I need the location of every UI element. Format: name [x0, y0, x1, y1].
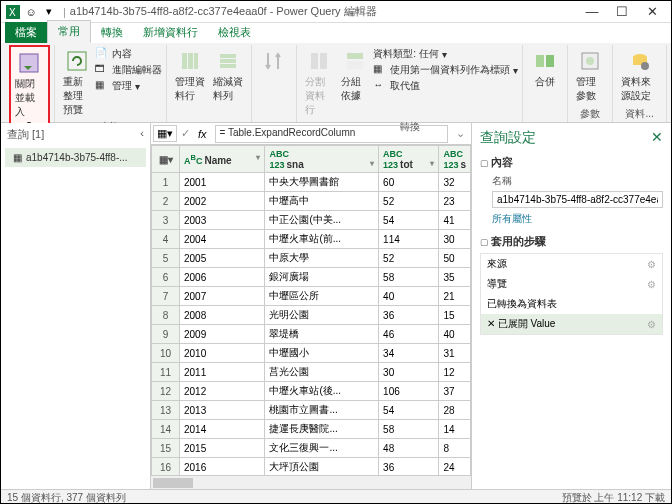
table-row[interactable]: 52005中原大學5250: [152, 249, 471, 268]
gear-icon[interactable]: ⚙: [647, 319, 656, 330]
split-column-button[interactable]: 分割資料行: [301, 45, 337, 119]
table-row[interactable]: 162016大坪頂公園3624: [152, 458, 471, 476]
gear-icon[interactable]: ⚙: [647, 279, 656, 290]
manage-icon: ▦: [95, 79, 109, 93]
table-row[interactable]: 132013桃園市立圖書...5428: [152, 401, 471, 420]
first-row-header-button[interactable]: ▦使用第一個資料列作為標頭 ▾: [373, 63, 518, 77]
minimize-button[interactable]: —: [577, 4, 607, 19]
separator: |: [63, 6, 66, 18]
table-row[interactable]: 112011莒光公園3012: [152, 363, 471, 382]
query-settings-pane: 查詢設定✕ ▢內容 名稱 所有屬性 ▢套用的步驟 來源⚙ 導覽⚙ 已轉換為資料表…: [471, 123, 671, 489]
table-row[interactable]: 82008光明公園3615: [152, 306, 471, 325]
query-item[interactable]: ▦a1b4714b-3b75-4ff8-...: [5, 148, 146, 167]
columns-icon: [176, 47, 204, 75]
manage-button[interactable]: ▦管理 ▾: [95, 79, 162, 93]
table-row[interactable]: 42004中壢火車站(前...11430: [152, 230, 471, 249]
step-navigation[interactable]: 導覽⚙: [481, 274, 662, 294]
split-icon: [305, 47, 333, 75]
rows-icon: [214, 47, 242, 75]
replace-values-button[interactable]: ↔取代值: [373, 79, 518, 93]
window-title: a1b4714b-3b75-4ff8-a8f2-cc377e4eaa0f - P…: [70, 4, 377, 19]
step-converted[interactable]: 已轉換為資料表: [481, 294, 662, 314]
ribbon: 關閉並載入 ▾ 關閉 重新整理預覽 📄內容 🗔進階編輯器 ▦管理 ▾ 查詢 管理…: [1, 43, 671, 123]
queries-header: 查詢 [1]: [7, 127, 44, 142]
maximize-button[interactable]: ☐: [607, 4, 637, 19]
tab-transform[interactable]: 轉換: [91, 22, 133, 43]
col-s[interactable]: ABC123s: [439, 146, 471, 173]
close-pane-icon[interactable]: ✕: [651, 129, 663, 147]
query-name-input[interactable]: [492, 191, 663, 208]
gear-icon[interactable]: ⚙: [647, 259, 656, 270]
table-row[interactable]: 22002中壢高中5223: [152, 192, 471, 211]
manage-columns-button[interactable]: 管理資料行: [171, 45, 209, 105]
tab-home[interactable]: 常用: [47, 20, 91, 43]
table-row[interactable]: 92009翠堤橋4640: [152, 325, 471, 344]
combine-button[interactable]: 合併: [527, 45, 563, 91]
table-row[interactable]: 12001中央大學圖書館6032: [152, 173, 471, 192]
fx-label: fx: [194, 128, 211, 140]
groupby-icon: [341, 47, 369, 75]
svg-rect-14: [536, 55, 544, 67]
close-button[interactable]: ✕: [637, 4, 667, 19]
reduce-rows-button[interactable]: 縮減資料列: [209, 45, 247, 105]
refresh-preview-button[interactable]: 重新整理預覽: [59, 45, 95, 119]
svg-point-17: [586, 57, 594, 65]
editor-icon: 🗔: [95, 63, 109, 77]
status-left: 15 個資料行, 377 個資料列: [7, 491, 126, 505]
filter-icon: ▾: [370, 159, 374, 168]
check-icon[interactable]: ✓: [181, 127, 190, 140]
data-type-button[interactable]: 資料類型: 任何 ▾: [373, 47, 518, 61]
queries-pane: 查詢 [1]‹ ▦a1b4714b-3b75-4ff8-...: [1, 123, 151, 489]
group-by-button[interactable]: 分組依據: [337, 45, 373, 105]
group-ds-label: 資料...: [617, 106, 662, 122]
svg-rect-7: [220, 54, 236, 58]
table-row[interactable]: 102010中壢國小3431: [152, 344, 471, 363]
table-row[interactable]: 32003中正公園(中美...5441: [152, 211, 471, 230]
col-name[interactable]: ABCName▾: [180, 146, 265, 173]
smiley-icon: ☺: [23, 4, 39, 20]
tab-add-column[interactable]: 新增資料行: [133, 22, 208, 43]
table-corner-icon[interactable]: ▦▾: [153, 125, 177, 142]
svg-rect-2: [20, 54, 38, 72]
corner-cell[interactable]: ▦▾: [152, 146, 180, 173]
expand-formula-icon[interactable]: ⌄: [452, 127, 469, 140]
step-source[interactable]: 來源⚙: [481, 254, 662, 274]
svg-rect-11: [320, 53, 327, 69]
table-row[interactable]: 152015文化三復興一...488: [152, 439, 471, 458]
table-row[interactable]: 72007中壢區公所4021: [152, 287, 471, 306]
refresh-label: 重新整理預覽: [63, 75, 91, 117]
svg-rect-9: [220, 64, 236, 68]
svg-rect-6: [194, 53, 198, 69]
advanced-editor-button[interactable]: 🗔進階編輯器: [95, 63, 162, 77]
table-row[interactable]: 122012中壢火車站(後...10637: [152, 382, 471, 401]
group-params-label: 參數: [572, 106, 608, 122]
triangle-icon[interactable]: ▢: [480, 237, 489, 247]
properties-button[interactable]: 📄內容: [95, 47, 162, 61]
svg-point-20: [641, 62, 649, 70]
horizontal-scrollbar[interactable]: [151, 475, 471, 489]
svg-rect-4: [182, 53, 187, 69]
svg-rect-3: [68, 52, 86, 70]
collapse-icon[interactable]: ‹: [140, 127, 144, 142]
close-and-load-button[interactable]: 關閉並載入 ▾: [9, 45, 50, 132]
properties-icon: 📄: [95, 47, 109, 61]
datasource-icon: [626, 47, 654, 75]
manage-params-button[interactable]: 管理參數: [572, 45, 608, 105]
svg-rect-12: [347, 53, 363, 59]
tab-file[interactable]: 檔案: [5, 22, 47, 43]
formula-input[interactable]: = Table.ExpandRecordColumn: [215, 125, 448, 143]
sort-buttons[interactable]: [256, 45, 292, 77]
data-grid[interactable]: ▦▾ ABCName▾ ABC123sna▾ ABC123tot▾ ABC123…: [151, 145, 471, 475]
header-icon: ▦: [373, 63, 387, 77]
table-row[interactable]: 62006銀河廣場5835: [152, 268, 471, 287]
data-source-settings-button[interactable]: 資料來源設定: [617, 45, 662, 105]
col-sna[interactable]: ABC123sna▾: [265, 146, 379, 173]
svg-rect-5: [188, 53, 193, 69]
all-properties-link[interactable]: 所有屬性: [492, 212, 663, 226]
triangle-icon[interactable]: ▢: [480, 158, 489, 168]
step-expanded-value[interactable]: ✕ 已展開 Value⚙: [481, 314, 662, 334]
table-row[interactable]: 142014捷運長庚醫院...5814: [152, 420, 471, 439]
tab-view[interactable]: 檢視表: [208, 22, 261, 43]
dropdown-icon[interactable]: ▾: [41, 4, 57, 20]
col-tot[interactable]: ABC123tot▾: [379, 146, 439, 173]
